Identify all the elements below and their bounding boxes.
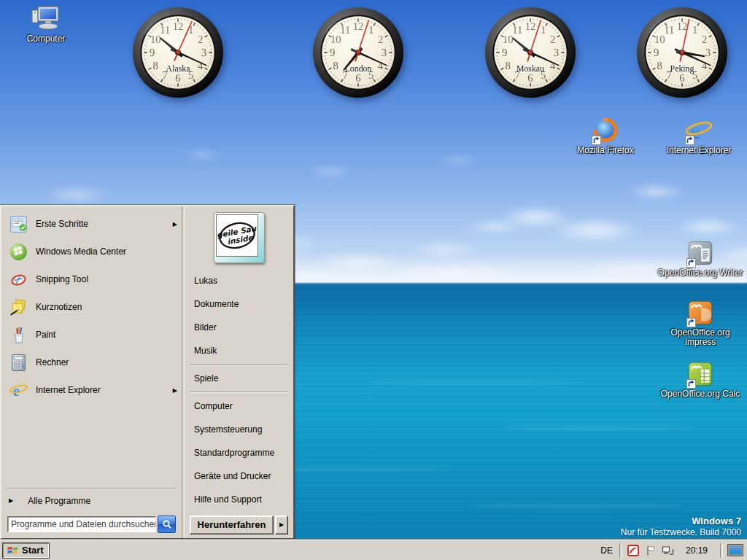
clock-numeral: 9: [330, 47, 335, 58]
clock-numeral: 8: [506, 60, 511, 71]
clock-time[interactable]: 20:19: [677, 545, 718, 556]
clock-gadget-peking[interactable]: 123456789101112 Peking: [636, 7, 728, 98]
search-row: [1, 510, 182, 538]
openoffice-calc-icon: [655, 359, 746, 388]
clock-numeral: 3: [201, 47, 206, 58]
show-desktop-button[interactable]: [727, 543, 744, 557]
all-programs-item[interactable]: ▶ Alle Programme: [1, 491, 182, 510]
start-right-spiele[interactable]: Spiele: [185, 367, 293, 390]
start-left-erste-schritte[interactable]: Erste Schritte ▶: [1, 210, 182, 238]
clock-numeral: 6: [527, 72, 533, 84]
start-right-musik[interactable]: Musik: [185, 339, 293, 362]
svg-text:✂: ✂: [10, 271, 26, 287]
menu-item-label: Windows Media Center: [36, 246, 126, 257]
action-center-flag-icon[interactable]: [643, 543, 658, 558]
svg-text:e: e: [12, 381, 19, 399]
shortcut-arrow-icon: [686, 258, 696, 268]
antivirus-tray-icon[interactable]: [626, 543, 640, 558]
desktop-icon-openoffice-calc[interactable]: OpenOffice.org Calc: [655, 359, 746, 399]
getting-started-icon: [7, 213, 29, 235]
start-right-geraete-und-drucker[interactable]: Geräte und Drucker: [185, 464, 293, 488]
internet-explorer-icon: e: [664, 115, 734, 144]
clock-numeral: 8: [657, 60, 662, 71]
start-right-systemsteuerung[interactable]: Systemsteuerung: [185, 418, 293, 441]
clock-numeral: 8: [333, 60, 338, 71]
calculator-icon: [7, 351, 29, 373]
desktop-icon-mozilla-firefox[interactable]: Mozilla Firefox: [570, 115, 640, 155]
clock-city-label: Moskau: [516, 63, 544, 74]
sticky-notes-icon: [7, 296, 29, 318]
desktop-screen: 123456789101112 Alaska 123456789101112 L…: [0, 0, 747, 560]
desktop-preview-icon: [727, 544, 743, 556]
shutdown-options-arrow[interactable]: ▶: [275, 516, 288, 534]
start-left-internet-explorer[interactable]: e Internet Explorer ▶: [1, 376, 182, 404]
tray-separator: [619, 543, 622, 558]
shutdown-row: Herunterfahren ▶: [185, 511, 293, 538]
clock-numeral: 6: [355, 72, 360, 84]
shortcut-arrow-icon: [686, 379, 696, 389]
start-right-standardprogramme[interactable]: Standardprogramme: [185, 441, 293, 464]
clock-gadget-london[interactable]: 123456789101112 London: [312, 7, 404, 98]
clock-gadget-moskau[interactable]: 123456789101112 Moskau: [484, 7, 576, 98]
taskbar: Start DE: [0, 540, 747, 560]
clock-numeral: 3: [554, 47, 559, 58]
internet-explorer-icon: e: [7, 379, 29, 401]
clock-city-label: Alaska: [166, 63, 191, 74]
all-programs-label: Alle Programme: [28, 496, 90, 506]
openoffice-writer-icon: [655, 238, 746, 267]
system-tray: DE: [596, 540, 747, 560]
search-button[interactable]: [158, 516, 176, 533]
snipping-tool-icon: ✂: [7, 268, 29, 290]
clock-numeral: 9: [654, 47, 659, 58]
windows-media-center-icon: [7, 241, 29, 262]
menu-item-label: Rechner: [36, 357, 69, 368]
start-button-label: Start: [22, 545, 44, 556]
user-avatar[interactable]: geile Sau inside: [214, 212, 265, 263]
start-right-hilfe-und-support[interactable]: Hilfe und Support: [185, 488, 293, 511]
all-programs-arrow-icon: ▶: [9, 497, 13, 504]
submenu-arrow-icon: ▶: [173, 221, 177, 228]
start-left-snipping-tool[interactable]: ✂ Snipping Tool: [1, 265, 182, 293]
desktop-icon-label: Computer: [11, 34, 81, 44]
language-indicator[interactable]: DE: [596, 545, 617, 556]
start-right-dokumente[interactable]: Dokumente: [185, 292, 293, 316]
start-right-lukas[interactable]: Lukas: [185, 269, 293, 292]
clock-numeral: 3: [705, 47, 711, 58]
desktop-icon-label: Mozilla Firefox: [570, 146, 640, 155]
start-left-windows-media-center[interactable]: Windows Media Center: [1, 238, 182, 265]
start-left-paint[interactable]: Paint: [1, 321, 182, 349]
start-search-input[interactable]: [7, 516, 156, 532]
start-menu: Erste Schritte ▶ Windows Media: [0, 205, 295, 540]
computer-icon: [11, 4, 81, 33]
shortcut-arrow-icon: [685, 136, 694, 145]
desktop-icon-label: Internet Explorer: [664, 146, 734, 155]
menu-item-label: Kurznotizen: [36, 302, 82, 312]
windows-flag-icon: [7, 545, 19, 556]
tray-separator: [720, 543, 723, 558]
paint-icon: [7, 324, 29, 346]
desktop-icon-label: OpenOffice.org Impress: [655, 328, 746, 347]
shortcut-arrow-icon: [686, 318, 696, 327]
desktop-icon-internet-explorer[interactable]: e Internet Explorer: [664, 115, 734, 155]
avatar-logo: geile Sau inside: [217, 215, 258, 256]
separator: [190, 392, 288, 393]
desktop-icon-computer[interactable]: Computer: [11, 4, 81, 44]
start-left-kurznotizen[interactable]: Kurznotizen: [1, 293, 182, 321]
clock-numeral: 6: [175, 72, 180, 84]
shortcut-arrow-icon: [592, 136, 601, 145]
openoffice-impress-icon: [655, 298, 746, 327]
shutdown-button[interactable]: Herunterfahren: [190, 516, 274, 534]
start-right-computer[interactable]: Computer: [185, 394, 293, 418]
desktop-icon-openoffice-writer[interactable]: OpenOffice.org Writer: [655, 238, 746, 278]
clock-numeral: 9: [150, 47, 155, 58]
desktop-icon-openoffice-impress[interactable]: OpenOffice.org Impress: [655, 298, 746, 347]
start-right-bilder[interactable]: Bilder: [185, 316, 293, 339]
start-button[interactable]: Start: [2, 542, 50, 559]
start-menu-left-pane: Erste Schritte ▶ Windows Media: [1, 206, 182, 538]
start-left-rechner[interactable]: Rechner: [1, 349, 182, 376]
menu-item-label: Internet Explorer: [36, 385, 101, 395]
clock-city-label: Peking: [670, 63, 694, 74]
clock-gadget-alaska[interactable]: 123456789101112 Alaska: [132, 7, 224, 98]
separator: [190, 364, 288, 365]
network-tray-icon[interactable]: [661, 543, 676, 558]
